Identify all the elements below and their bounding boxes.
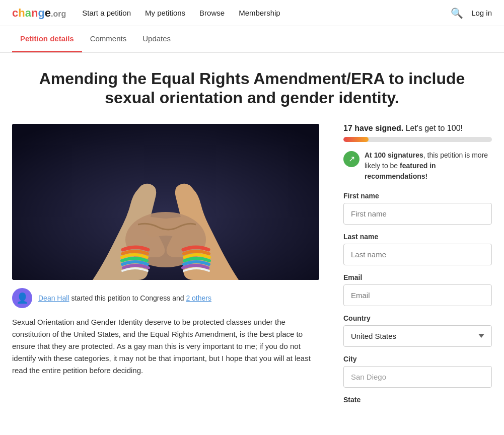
- country-select[interactable]: United States Canada United Kingdom Aust…: [343, 325, 492, 347]
- progress-bar-container: [343, 137, 492, 142]
- main-content: Amending the Equal Rights Amendment/ERA …: [0, 53, 504, 412]
- search-icon[interactable]: 🔍: [451, 7, 463, 19]
- country-group: Country United States Canada United King…: [343, 314, 492, 347]
- email-label: Email: [343, 273, 492, 281]
- tab-petition-details[interactable]: Petition details: [12, 26, 82, 52]
- country-label: Country: [343, 314, 492, 322]
- trending-icon: ↗: [343, 151, 359, 167]
- author-row: 👤 Dean Hall started this petition to Con…: [12, 288, 319, 308]
- signatures-goal-text: Let's get to 100!: [406, 124, 463, 132]
- content-area: 👤 Dean Hall started this petition to Con…: [12, 124, 492, 412]
- others-link[interactable]: 2 others: [186, 294, 211, 302]
- petition-image-svg: [12, 124, 319, 280]
- petition-image: [12, 124, 319, 280]
- nav-membership[interactable]: Membership: [239, 9, 280, 17]
- petition-body: Sexual Orientation and Gender Identity d…: [12, 316, 319, 377]
- login-button[interactable]: Log in: [471, 9, 492, 17]
- first-name-label: First name: [343, 192, 492, 200]
- state-label: State: [343, 396, 492, 404]
- petition-title: Amending the Equal Rights Amendment/ERA …: [12, 69, 492, 108]
- avatar: 👤: [12, 288, 32, 308]
- featured-box: ↗ At 100 signatures, this petition is mo…: [343, 150, 492, 182]
- nav-browse[interactable]: Browse: [199, 9, 225, 17]
- featured-heading: At 100 signatures: [365, 151, 423, 159]
- navbar: change.org Start a petition My petitions…: [0, 0, 504, 26]
- nav-links: Start a petition My petitions Browse Mem…: [82, 9, 451, 17]
- last-name-label: Last name: [343, 233, 492, 241]
- city-label: City: [343, 355, 492, 363]
- city-group: City: [343, 355, 492, 388]
- featured-text: At 100 signatures, this petition is more…: [365, 150, 492, 182]
- signatures-count: 17 have signed. Let's get to 100!: [343, 124, 492, 133]
- user-icon: 👤: [16, 292, 29, 304]
- author-text: Dean Hall started this petition to Congr…: [38, 294, 211, 302]
- nav-start-petition[interactable]: Start a petition: [82, 9, 131, 17]
- author-action-text: started this petition to Congress and: [71, 294, 186, 302]
- author-link[interactable]: Dean Hall: [38, 294, 69, 302]
- right-column: 17 have signed. Let's get to 100! ↗ At 1…: [343, 124, 492, 412]
- last-name-group: Last name: [343, 233, 492, 265]
- left-column: 👤 Dean Hall started this petition to Con…: [12, 124, 319, 412]
- first-name-input[interactable]: [343, 203, 492, 225]
- nav-my-petitions[interactable]: My petitions: [145, 9, 185, 17]
- signatures-number: 17 have signed.: [343, 124, 403, 132]
- logo[interactable]: change.org: [12, 7, 66, 20]
- tabs-bar: Petition details Comments Updates: [0, 26, 504, 53]
- last-name-input[interactable]: [343, 244, 492, 265]
- city-input[interactable]: [343, 366, 492, 388]
- email-group: Email: [343, 273, 492, 306]
- state-group: State: [343, 396, 492, 404]
- tab-comments[interactable]: Comments: [82, 26, 135, 52]
- tab-updates[interactable]: Updates: [134, 26, 179, 52]
- email-input[interactable]: [343, 284, 492, 306]
- nav-right: 🔍 Log in: [451, 7, 492, 19]
- first-name-group: First name: [343, 192, 492, 225]
- progress-bar-fill: [343, 137, 369, 142]
